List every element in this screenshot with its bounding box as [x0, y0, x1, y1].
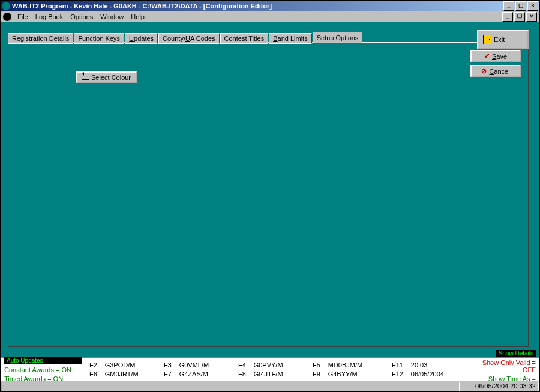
f8-entry: F8 - GI4JTF/M [238, 370, 305, 378]
exit-button[interactable]: Exit [477, 30, 529, 49]
menu-bar: File Log Book Options Window Help _ ❐ × [1, 11, 539, 23]
f12-entry: F12 - 06/05/2004 [392, 370, 464, 378]
menu-file[interactable]: File [14, 13, 32, 21]
menu-window[interactable]: Window [97, 13, 127, 21]
mdi-minimize-button[interactable]: _ [502, 12, 513, 22]
mdi-icon[interactable] [3, 13, 11, 21]
minimize-button[interactable]: _ [503, 1, 514, 11]
tab-county-codes[interactable]: County/UA Codes [158, 33, 219, 44]
close-button[interactable]: × [527, 1, 538, 11]
tab-function-keys[interactable]: Function Keys [74, 33, 124, 44]
f4-entry: F4 - G0PVY/M [238, 361, 305, 369]
tab-strip: Registration Details Function Keys Updat… [8, 32, 363, 43]
f7-entry: F7 - G4ZAS/M [164, 370, 231, 378]
mdi-restore-button[interactable]: ❐ [514, 12, 525, 22]
auto-updates-header: Auto Updates [4, 357, 82, 364]
tab-updates[interactable]: Updates [125, 33, 158, 44]
f5-entry: F5 - MD0BJM/M [313, 361, 385, 369]
menu-help[interactable]: Help [127, 13, 148, 21]
check-icon: ✔ [484, 52, 490, 60]
save-cancel-group: ✔ Save ⊘ Cancel [470, 50, 521, 77]
f2-entry: F2 - G3POD/M [89, 361, 157, 369]
title-bar: WAB-IT2 Program - Kevin Hale - G0AKH - C… [1, 1, 539, 11]
show-only-valid-status: Show Only Valid = OFF [471, 359, 536, 373]
app-window: WAB-IT2 Program - Kevin Hale - G0AKH - C… [0, 0, 540, 392]
window-title: WAB-IT2 Program - Kevin Hale - G0AKH - C… [12, 2, 502, 10]
f9-entry: F9 - G4BYY/M [313, 370, 385, 378]
mdi-close-button[interactable]: × [526, 12, 537, 22]
pen-icon [82, 74, 89, 80]
select-colour-button[interactable]: Select Colour [76, 71, 137, 83]
tab-contest-titles[interactable]: Contest Titles [220, 33, 269, 44]
door-icon [483, 35, 491, 44]
tab-band-limits[interactable]: Band Limits [269, 33, 311, 44]
constant-awards-status: Constant Awards = ON [4, 366, 82, 373]
f11-entry: F11 - 20:03 [392, 361, 464, 369]
cancel-button[interactable]: ⊘ Cancel [470, 65, 521, 77]
menu-logbook[interactable]: Log Book [32, 13, 67, 21]
maximize-button[interactable]: ▢ [515, 1, 526, 11]
exit-label: xit [498, 36, 505, 43]
footer-bar: Auto Updates Constant Awards = ON Timed … [1, 357, 539, 381]
menu-options[interactable]: Options [67, 13, 97, 21]
status-bar: 06/05/2004 20:03:32 [1, 381, 539, 391]
f6-entry: F6 - GM0JRT/M [89, 370, 157, 378]
save-button[interactable]: ✔ Save [470, 50, 521, 62]
cancel-icon: ⊘ [481, 67, 487, 75]
window-controls: _ ▢ × [502, 1, 538, 11]
status-spacer [1, 382, 460, 391]
tab-panel: ✔ Save ⊘ Cancel Select Colour [8, 42, 529, 347]
app-icon [2, 2, 10, 10]
select-colour-label: Select Colour [91, 74, 131, 81]
f3-entry: F3 - G0VML/M [164, 361, 231, 369]
tab-registration[interactable]: Registration Details [8, 33, 73, 44]
status-datetime: 06/05/2004 20:03:32 [461, 382, 539, 391]
tab-setup-options[interactable]: Setup Options [313, 32, 363, 43]
client-area: Exit Registration Details Function Keys … [1, 22, 539, 358]
show-details-header: Show Details [496, 350, 536, 357]
